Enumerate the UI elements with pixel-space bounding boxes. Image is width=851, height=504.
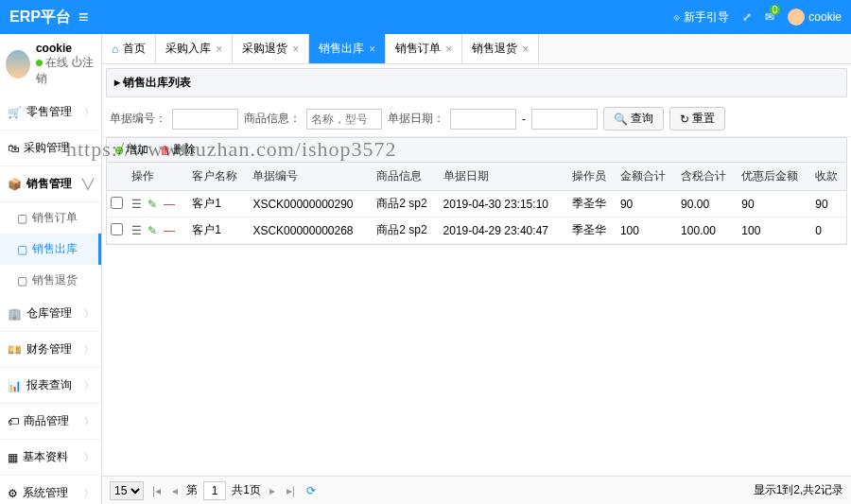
nav-item[interactable]: 📦销售管理╲╱	[0, 166, 101, 202]
tab[interactable]: 销售订单×	[386, 34, 462, 63]
reset-button[interactable]: ↻ 重置	[669, 107, 725, 130]
add-button[interactable]: ⊕增加	[114, 142, 148, 158]
tab[interactable]: ⌂首页	[102, 34, 156, 63]
chevron-icon: 〉	[84, 142, 94, 155]
next-page-icon[interactable]: ▸	[267, 484, 278, 497]
delete-row-icon[interactable]: —	[164, 224, 177, 237]
nav-subitem[interactable]: ▢销售退货	[0, 265, 101, 296]
column-header: 含税合计	[677, 163, 738, 191]
grid-toolbar: ⊕增加 🗑删除	[106, 137, 847, 163]
nav-icon: 💴	[8, 343, 22, 356]
chevron-icon: 〉	[84, 307, 94, 321]
chevron-icon: 〉	[84, 379, 94, 392]
guide-label: 新手引导	[684, 9, 729, 26]
topbar-username: cookie	[808, 10, 842, 24]
nav-icon: 📊	[8, 379, 22, 392]
nav-icon: 🛒	[8, 106, 22, 119]
chevron-icon: 〉	[84, 487, 94, 500]
nav-item[interactable]: 🛍采购管理〉	[0, 130, 101, 166]
refresh-icon[interactable]: ⟳	[304, 484, 319, 497]
goods-input[interactable]	[306, 109, 382, 130]
tab[interactable]: 销售退货×	[462, 34, 539, 63]
table-row[interactable]: ☰✎—客户1XSCK00000000268商品2 sp22019-04-29 2…	[107, 217, 846, 244]
nav-item[interactable]: ▦基本资料〉	[0, 440, 101, 476]
close-icon[interactable]: ×	[522, 43, 529, 56]
doc-icon: ▢	[17, 243, 27, 256]
column-header: 优惠后金额	[738, 163, 811, 191]
nav-item[interactable]: 💴财务管理〉	[0, 332, 101, 368]
nav-icon: 🏢	[8, 307, 22, 321]
nav-subitem[interactable]: ▢销售出库	[0, 234, 101, 265]
first-page-icon[interactable]: |◂	[149, 484, 164, 497]
close-icon[interactable]: ×	[216, 43, 222, 56]
nav-item[interactable]: ⚙系统管理〉	[0, 476, 101, 504]
detail-icon[interactable]: ☰	[131, 198, 145, 211]
nav-icon: ⚙	[8, 487, 18, 500]
sidebar-username: cookie	[36, 42, 96, 55]
column-header: 收款	[811, 163, 846, 191]
column-header: 金额合计	[617, 163, 677, 191]
page-size-select[interactable]: 15	[110, 481, 144, 500]
data-grid: 操作客户名称单据编号商品信息单据日期操作员金额合计含税合计优惠后金额收款 ☰✎—…	[106, 163, 847, 245]
number-input[interactable]	[172, 109, 238, 130]
close-icon[interactable]: ×	[292, 43, 299, 56]
chevron-icon: 〉	[84, 451, 94, 464]
brand: ERP平台	[9, 8, 71, 27]
page-prefix: 第	[186, 482, 198, 498]
doc-icon: ▢	[17, 274, 27, 287]
tab[interactable]: 采购入库×	[156, 34, 233, 63]
date-from-input[interactable]	[450, 109, 516, 130]
online-dot-icon	[36, 60, 43, 66]
delete-row-icon[interactable]: —	[164, 198, 177, 211]
last-page-icon[interactable]: ▸|	[284, 484, 298, 497]
column-header	[107, 163, 128, 191]
row-checkbox[interactable]	[111, 197, 123, 209]
nav-item[interactable]: 🛒零售管理〉	[0, 95, 101, 130]
tab[interactable]: 采购退货×	[233, 34, 309, 63]
tab[interactable]: 销售出库×	[309, 34, 386, 63]
user-avatar-icon	[6, 50, 30, 78]
nav-item[interactable]: 📊报表查询〉	[0, 368, 101, 404]
column-header: 客户名称	[188, 163, 249, 191]
nav-icon: 🏷	[8, 415, 19, 428]
messages-icon[interactable]: ✉0	[765, 10, 774, 24]
query-button[interactable]: 🔍 查询	[603, 107, 664, 130]
msg-badge: 0	[770, 5, 781, 15]
main: ⌂首页采购入库×采购退货×销售出库×销售订单×销售退货× ▸ 销售出库列表 单据…	[102, 34, 851, 504]
date-to-input[interactable]	[531, 109, 598, 130]
column-header: 单据编号	[249, 163, 373, 191]
total-pages: 共1页	[232, 482, 261, 498]
guide-link[interactable]: ⟐ 新手引导	[673, 9, 729, 26]
plus-icon: ⊕	[114, 144, 124, 157]
chevron-icon: 〉	[84, 106, 94, 119]
table-row[interactable]: ☰✎—客户1XSCK00000000290商品2 sp22019-04-30 2…	[107, 191, 846, 217]
close-icon[interactable]: ×	[445, 43, 452, 56]
number-label: 单据编号：	[110, 111, 166, 127]
menu-toggle-icon[interactable]: ≡	[78, 8, 89, 27]
delete-button[interactable]: 🗑删除	[160, 142, 196, 158]
edit-icon[interactable]: ✎	[148, 198, 161, 211]
close-icon[interactable]: ×	[369, 43, 375, 56]
fullscreen-icon[interactable]: ⤢	[742, 10, 752, 24]
date-label: 单据日期：	[388, 111, 444, 127]
pager: 15 |◂ ◂ 第 共1页 ▸ ▸| ⟳ 显示1到2,共2记录	[102, 476, 851, 504]
prev-page-icon[interactable]: ◂	[169, 484, 181, 497]
panel-title: ▸ 销售出库列表	[106, 68, 847, 97]
search-bar: 单据编号： 商品信息： 单据日期： - 🔍 查询 ↻ 重置	[102, 101, 851, 137]
user-menu[interactable]: cookie	[788, 9, 842, 26]
page-input[interactable]	[203, 481, 226, 500]
detail-icon[interactable]: ☰	[131, 224, 145, 237]
nav-icon: ▦	[8, 451, 18, 464]
column-header: 商品信息	[373, 163, 439, 191]
nav-item[interactable]: 🏢仓库管理〉	[0, 296, 101, 332]
row-checkbox[interactable]	[111, 223, 123, 235]
column-header: 操作员	[568, 163, 616, 191]
goods-label: 商品信息：	[244, 111, 301, 127]
edit-icon[interactable]: ✎	[148, 224, 161, 237]
chevron-icon: 〉	[84, 343, 94, 356]
column-header: 操作	[128, 163, 188, 191]
nav-item[interactable]: 🏷商品管理〉	[0, 404, 101, 440]
nav-subitem[interactable]: ▢销售订单	[0, 202, 101, 234]
doc-icon: ▢	[17, 212, 27, 225]
sidebar: cookie 在线 ⏻注销 🛒零售管理〉🛍采购管理〉📦销售管理╲╱▢销售订单▢销…	[0, 34, 102, 504]
